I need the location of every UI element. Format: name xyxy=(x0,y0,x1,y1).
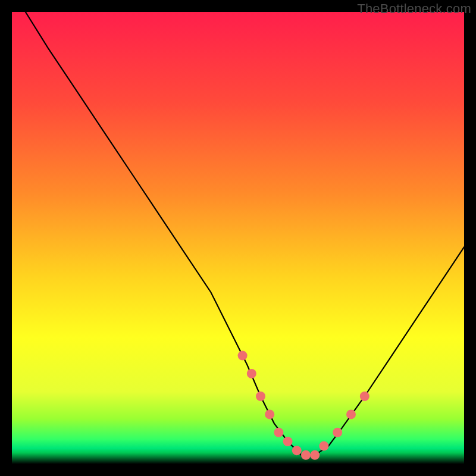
marker-dot xyxy=(265,409,274,419)
gradient-bg xyxy=(12,12,464,464)
marker-dot xyxy=(301,450,311,460)
bottleneck-chart xyxy=(12,12,464,464)
marker-dot xyxy=(274,428,283,437)
marker-dot xyxy=(319,441,328,451)
marker-dot xyxy=(333,428,342,437)
marker-dot xyxy=(247,369,256,378)
marker-dot xyxy=(292,446,302,455)
marker-dot xyxy=(310,450,320,460)
marker-dot xyxy=(238,351,248,361)
marker-dot xyxy=(283,437,293,446)
marker-dot xyxy=(346,409,356,419)
marker-dot xyxy=(256,392,265,401)
watermark-text: TheBottleneck.com xyxy=(357,1,471,17)
chart-frame xyxy=(12,12,464,464)
marker-dot xyxy=(360,392,369,401)
